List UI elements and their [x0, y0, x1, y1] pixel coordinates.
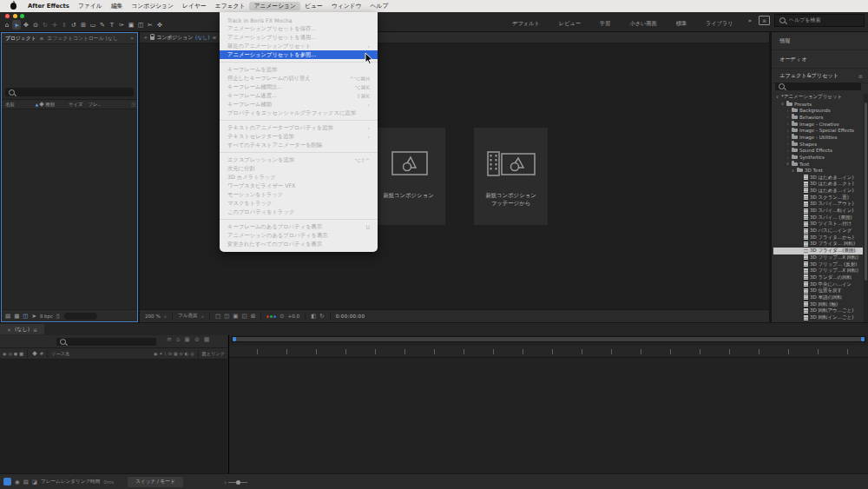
tree-row[interactable]: 3D はためき...イン)	[773, 174, 863, 181]
label-column-icon[interactable]	[32, 351, 37, 356]
column-type[interactable]: 種類	[45, 102, 55, 108]
project-item-list[interactable]	[2, 109, 137, 310]
chevron-icon[interactable]: ›	[786, 155, 790, 160]
rectangle-tool-icon[interactable]: ▭	[89, 20, 97, 30]
mask-visibility-icon[interactable]: ▣	[233, 313, 238, 320]
draft-3d-icon[interactable]: ⌂	[176, 336, 180, 343]
menubar-item[interactable]: エフェクト	[211, 2, 250, 10]
menu-item[interactable]: アニメーションプリセットを保存...	[220, 24, 378, 33]
tree-row[interactable]: 3D フリップ... (反射)	[773, 261, 863, 268]
tree-row[interactable]: ∨ *アニメーションプリセット	[773, 94, 863, 101]
menubar-app-name[interactable]: After Effects	[23, 2, 74, 10]
refresh-icon[interactable]: ↻	[319, 313, 324, 320]
tree-row[interactable]: › Shapes	[773, 141, 863, 148]
eraser-tool-icon[interactable]: ◫	[136, 20, 145, 30]
channel-select-icon[interactable]	[266, 315, 276, 318]
minimize-window-icon[interactable]	[13, 14, 17, 18]
time-ruler[interactable]	[229, 346, 868, 358]
menu-item[interactable]: テキストセレクターを追加 ›	[220, 132, 378, 141]
tree-row[interactable]: › Image - Utilities	[773, 134, 863, 141]
resolution-select[interactable]: フル画質	[178, 313, 198, 320]
color-depth-label[interactable]: 8 bpc	[40, 314, 53, 319]
exposure-icon[interactable]: ⊙	[279, 313, 284, 320]
tab-project[interactable]: プロジェクト	[5, 35, 36, 43]
menu-item[interactable]: ワープスタビライザー VFX	[220, 182, 378, 190]
tab-effect-controls[interactable]: エフェクトコントロール (なし	[47, 35, 117, 43]
rotation-tool-icon[interactable]: ↺	[69, 20, 78, 30]
workspace-overflow-icon[interactable]: »	[743, 17, 757, 24]
mini-flowchart-icon[interactable]: ≋	[167, 336, 172, 343]
column-frame[interactable]: フレ..	[89, 102, 101, 108]
exposure-value[interactable]: +0.0	[288, 314, 300, 319]
column-name[interactable]: 名前	[5, 102, 15, 108]
column-number[interactable]: #	[40, 351, 43, 356]
chevron-icon[interactable]: ›	[786, 135, 790, 139]
tree-row[interactable]: ∨ Presets	[773, 101, 863, 108]
tree-row[interactable]: 3D はためき...クト)	[773, 181, 863, 188]
menu-item[interactable]: アニメーションプリセットを参照...	[220, 50, 378, 59]
tree-row[interactable]: 3D フライタ...から)	[773, 234, 863, 241]
brush-tool-icon[interactable]: ✑	[117, 20, 126, 30]
trash-icon[interactable]: ▯	[56, 313, 60, 320]
tree-row[interactable]: 3D スパイ...アウト)	[773, 201, 863, 208]
menu-item[interactable]: 変更されたすべてのプロパティを表示	[220, 240, 378, 248]
puppet-pin-tool-icon[interactable]: ✜	[155, 20, 164, 30]
video-visibility-icon[interactable]: ◉	[3, 351, 6, 356]
storage-icon[interactable]: ▤	[23, 479, 29, 486]
tree-row[interactable]: 3D 中央にハ...イン	[773, 281, 863, 287]
frame-blend-icon[interactable]: ⊘	[194, 336, 200, 343]
adjustment-switch-icon[interactable]: ◐	[185, 351, 188, 356]
menu-item[interactable]: キーフレーム速度... ⇧⌘K	[220, 91, 378, 100]
menu-item[interactable]: マスクをトラック	[220, 199, 378, 208]
menu-item[interactable]	[220, 219, 378, 220]
threed-switch-icon[interactable]: ◎	[190, 351, 194, 356]
new-composition-button[interactable]: 新規コンポジション	[372, 128, 445, 225]
column-parent-link[interactable]: 親とリンク	[202, 351, 225, 357]
tree-row[interactable]: › Backgrounds	[773, 107, 863, 114]
lock-icon[interactable]	[150, 36, 155, 40]
zoom-level-select[interactable]: 200 %	[145, 314, 161, 319]
timeline-zoom-slider[interactable]: ∧	[224, 480, 247, 485]
shy-layers-icon[interactable]: ▣	[184, 336, 190, 343]
tree-row[interactable]: › Image - Creative	[773, 121, 863, 128]
panel-row[interactable]: オーディオ	[772, 50, 868, 69]
workspace-tab[interactable]: 小さい画面	[620, 20, 666, 26]
label-column-icon[interactable]	[39, 102, 44, 107]
solo-icon[interactable]: ●	[14, 351, 17, 356]
chevron-icon[interactable]: ›	[786, 115, 790, 119]
tree-row[interactable]: 3D パスに...イング	[773, 228, 863, 235]
navigator-end-handle[interactable]	[861, 337, 865, 341]
timeline-tab[interactable]: × (なし) ≡	[0, 324, 44, 334]
menu-item[interactable]: キーフレーム補間法... ⌥⌘K	[220, 83, 378, 91]
menu-item[interactable]: エクスプレッションを追加 ⌥⇧^	[220, 155, 378, 164]
tree-row[interactable]: 3D スパイ...転イン)	[773, 208, 863, 215]
snapshot-icon[interactable]: ◧	[311, 313, 316, 320]
shy-switch-icon[interactable]: ◉	[154, 351, 157, 356]
frame-blend-switch-icon[interactable]: ▦	[174, 351, 178, 356]
orbit-camera-tool-icon[interactable]: ↻	[41, 20, 49, 30]
menu-item[interactable]: キーフレームを追加	[220, 65, 378, 74]
chevron-icon[interactable]: ›	[786, 142, 790, 146]
interpret-footage-icon[interactable]: ▤	[5, 313, 10, 320]
audio-icon[interactable]: ◎	[8, 351, 11, 356]
chevron-icon[interactable]: ›	[786, 149, 790, 153]
menubar-item[interactable]: ビュー	[300, 2, 327, 10]
close-icon[interactable]: ×	[7, 327, 11, 333]
home-tool-icon[interactable]: ⌂	[3, 20, 11, 30]
time-navigator[interactable]	[232, 336, 865, 342]
tree-row[interactable]: 3D 回転アウ...ごと)	[773, 307, 863, 314]
new-folder-icon[interactable]: ▦	[14, 313, 19, 320]
presets-search-field[interactable]	[775, 83, 861, 90]
chevron-down-icon[interactable]: ∨	[164, 314, 167, 319]
menu-item[interactable]: このプロパティをトラック	[220, 208, 378, 216]
tree-row[interactable]: 3D フリップ...X 回転)	[773, 254, 863, 261]
workspace-tab[interactable]: ライブラリ	[696, 20, 743, 26]
timeline-layer-area[interactable]	[0, 360, 227, 474]
sort-ascending-icon[interactable]: ▲	[36, 102, 38, 107]
menu-item[interactable]: 停止したキーフレームの切り替え ^⌥⌘H	[220, 74, 378, 83]
sidebar-scrollbar[interactable]	[864, 94, 868, 322]
motion-blur-icon[interactable]: ▦	[204, 336, 210, 343]
panel-menu-icon[interactable]: ≡	[858, 73, 863, 79]
timecode-display[interactable]: 0:00:00:00	[336, 314, 365, 319]
project-search-field[interactable]	[5, 88, 134, 96]
